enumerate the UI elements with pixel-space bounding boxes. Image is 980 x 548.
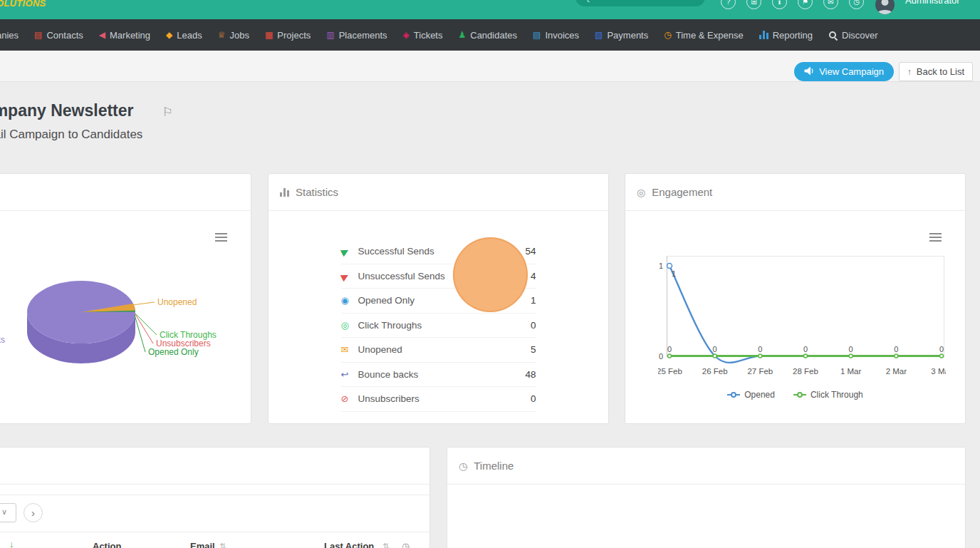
nav-item-companies[interactable]: ▦Companies (0, 19, 26, 51)
timeline-card-header: ◷ Timeline (447, 448, 965, 485)
nav-item-contacts[interactable]: ▤Contacts (26, 19, 91, 51)
nav-label: Tickets (414, 30, 443, 41)
nav-label: Leads (177, 30, 202, 41)
nav-item-discover[interactable]: Discover (820, 19, 886, 51)
nav-item-reporting[interactable]: Reporting (751, 19, 820, 51)
discover-icon (828, 31, 838, 40)
svg-text:28 Feb: 28 Feb (793, 367, 818, 376)
projects-icon: ▦ (265, 31, 273, 39)
nav-item-invoices[interactable]: ▤Invoices (525, 19, 587, 51)
screen: SOLUTIONS ?⊞ℹ⚑✉◷ Administrator ▦Companie… (0, 0, 980, 548)
sort-icon[interactable]: ⇅ (382, 542, 390, 548)
view-campaign-button[interactable]: View Campaign (794, 62, 894, 81)
click-icon: ◎ (341, 320, 358, 331)
svg-text:27 Feb: 27 Feb (747, 367, 773, 376)
avatar[interactable] (875, 0, 895, 14)
svg-text:0: 0 (894, 345, 898, 353)
user-menu[interactable]: Administrator (905, 0, 960, 6)
envelope-icon: ✉ (341, 344, 358, 355)
info-icon[interactable]: ℹ (772, 0, 787, 9)
legend-label: Opened (744, 390, 775, 400)
stat-value: 5 (531, 344, 536, 355)
back-to-list-button[interactable]: ↑ Back to List (899, 62, 973, 81)
chevron-right-icon: › (31, 507, 35, 519)
table-header-row: ↓ Action Email ⇅ Last Action ⇅ ◷ (0, 532, 429, 548)
nav-item-tickets[interactable]: ◈Tickets (395, 19, 451, 51)
svg-text:26 Feb: 26 Feb (702, 367, 728, 376)
column-action: Action (93, 541, 121, 548)
legend-opened[interactable]: Opened (727, 390, 775, 400)
nav-label: Time & Expense (676, 30, 744, 41)
column-last-action[interactable]: Last Action (324, 541, 374, 548)
flag-icon[interactable]: ⚐ (162, 105, 173, 120)
quick-search-input[interactable] (575, 0, 705, 6)
placements-icon: ▥ (326, 31, 334, 39)
nav-item-candidates[interactable]: ♟Candidates (450, 19, 525, 51)
stat-value: 0 (531, 393, 536, 404)
module-nav: ▦Companies▤Contacts◀Marketing◆Leads♕Jobs… (0, 19, 980, 51)
bounce-icon: ↩ (341, 369, 358, 380)
nav-label: Contacts (46, 30, 83, 41)
nav-label: Marketing (110, 30, 150, 41)
history-clock-icon[interactable]: ◷ (402, 541, 410, 548)
messages-icon[interactable]: ✉ (823, 0, 838, 9)
stat-label: Bounce backs (358, 369, 526, 380)
nav-item-marketing[interactable]: ◀Marketing (91, 19, 158, 51)
engagement-title: Engagement (652, 186, 712, 198)
megaphone-icon (804, 66, 814, 78)
statistics-card-header: Statistics (269, 174, 608, 211)
engagement-card: ◎ Engagement 0125 Feb26 Feb27 Feb28 Feb1… (625, 173, 966, 424)
campaign-pie-card: Bounce backs Unopened Click Throughs Uns… (0, 173, 251, 424)
nav-label: Projects (277, 30, 311, 41)
tickets-icon: ◈ (403, 31, 410, 39)
view-campaign-label: View Campaign (819, 66, 884, 77)
chart-menu-icon[interactable] (929, 233, 942, 242)
toolbar: View Campaign ↑ Back to List (0, 51, 980, 82)
timeline-card: ◷ Timeline (447, 447, 966, 548)
time-expense-icon: ◷ (664, 31, 671, 39)
column-email[interactable]: Email (190, 541, 215, 548)
click-indicator (453, 237, 528, 312)
eye-icon: ◎ (637, 187, 645, 197)
pie-label-unopened: Unopened (157, 297, 197, 307)
table-zone-divider (0, 495, 429, 495)
nav-item-projects[interactable]: ▦Projects (257, 19, 318, 51)
svg-text:1: 1 (659, 262, 663, 270)
export-icon[interactable]: ↓ (9, 539, 14, 548)
pie-chart (0, 174, 252, 425)
chevron-down-icon: ∨ (1, 507, 7, 517)
up-arrow-icon: ↑ (907, 67, 912, 77)
nav-item-payments[interactable]: ▧Payments (587, 19, 656, 51)
legend-click-through[interactable]: Click Through (793, 390, 863, 400)
svg-text:1 Mar: 1 Mar (840, 367, 862, 376)
stat-value: 0 (531, 320, 536, 331)
svg-text:0: 0 (803, 345, 808, 353)
next-page-button[interactable]: › (24, 503, 43, 522)
svg-text:0: 0 (849, 345, 853, 353)
sort-icon[interactable]: ⇅ (219, 542, 226, 548)
contacts-icon: ▤ (34, 31, 42, 39)
timeline-title: Timeline (474, 460, 514, 472)
nav-item-time-expense[interactable]: ◷Time & Expense (656, 19, 751, 51)
nav-item-placements[interactable]: ▥Placements (318, 19, 395, 51)
help-icon[interactable]: ? (721, 0, 736, 9)
pie-label-bounce-backs: Bounce backs (0, 335, 5, 345)
eye-icon: ◉ (341, 295, 358, 306)
stat-value: 1 (531, 295, 536, 306)
svg-text:0: 0 (939, 345, 944, 353)
marketing-icon: ◀ (99, 31, 105, 39)
apps-icon[interactable]: ⊞ (746, 0, 761, 9)
stat-row-unopened: ✉Unopened5 (341, 338, 536, 363)
nav-label: Placements (339, 30, 387, 41)
recent-icon[interactable]: ◷ (849, 0, 864, 9)
page-size-select[interactable]: ∨ (0, 503, 16, 522)
statistics-title: Statistics (296, 186, 338, 198)
notifications-icon[interactable]: ⚑ (798, 0, 813, 9)
svg-text:3 Mar: 3 Mar (931, 367, 946, 376)
stat-label: Unopened (358, 344, 531, 355)
page-title: Company Newsletter (0, 101, 134, 120)
stat-row-bounce-backs: ↩Bounce backs48 (341, 363, 536, 388)
nav-item-jobs[interactable]: ♕Jobs (210, 19, 257, 51)
nav-item-leads[interactable]: ◆Leads (158, 19, 210, 51)
engagement-line-chart: 0125 Feb26 Feb27 Feb28 Feb1 Mar2 Mar3 Ma… (658, 256, 946, 384)
